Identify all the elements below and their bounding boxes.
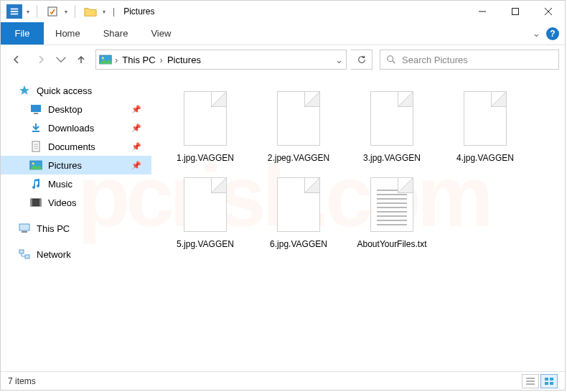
sidebar-item-pictures[interactable]: Pictures 📌 [1, 156, 151, 174]
svg-rect-22 [31, 199, 32, 206]
file-name-label: 6.jpg.VAGGEN [270, 239, 327, 251]
maximize-button[interactable] [499, 1, 532, 22]
svg-rect-14 [32, 131, 39, 132]
svg-rect-12 [31, 105, 41, 112]
svg-line-11 [393, 61, 395, 64]
address-bar[interactable]: › This PC › Pictures ⌄ [95, 50, 347, 70]
properties-icon[interactable] [44, 4, 60, 19]
download-icon [29, 122, 42, 134]
file-name-label: 1.jpg.VAGGEN [177, 153, 234, 164]
generic-file-icon [366, 87, 418, 150]
sidebar: Quick access Desktop 📌 Downloads 📌 Docum… [1, 74, 151, 371]
sidebar-item-videos[interactable]: Videos [1, 193, 151, 212]
file-item[interactable]: 5.jpg.VAGGEN [166, 173, 245, 251]
sidebar-item-label: Downloads [48, 123, 94, 134]
sidebar-quick-access[interactable]: Quick access [1, 81, 151, 100]
pin-icon: 📌 [131, 161, 141, 170]
file-item[interactable]: 6.jpg.VAGGEN [259, 173, 338, 251]
view-tab[interactable]: View [139, 22, 182, 45]
ribbon: File Home Share View ⌄ ? [1, 22, 565, 45]
desktop-icon [29, 103, 42, 115]
separator [75, 5, 75, 18]
chevron-down-icon[interactable]: ▾ [65, 9, 67, 15]
explorer-window: ▾ ▾ ▾ | Pictures File Home Share View ⌄ [0, 0, 566, 391]
file-item[interactable]: 4.jpg.VAGGEN [446, 87, 525, 164]
share-tab[interactable]: Share [92, 22, 140, 45]
svg-rect-26 [19, 250, 24, 253]
file-item[interactable]: AboutYourFiles.txt [352, 173, 431, 251]
minimize-button[interactable] [466, 1, 499, 22]
svg-rect-32 [550, 378, 553, 381]
generic-file-icon [179, 87, 231, 150]
chevron-down-icon[interactable]: ▾ [103, 9, 106, 15]
titlebar: ▾ ▾ ▾ | Pictures [1, 1, 565, 22]
sidebar-network[interactable]: Network [1, 245, 151, 263]
crumb-pictures[interactable]: Pictures [166, 55, 202, 65]
sidebar-item-label: Network [37, 249, 71, 260]
close-button[interactable] [532, 1, 565, 22]
sidebar-item-label: Music [48, 179, 72, 190]
documents-icon [29, 141, 42, 152]
sidebar-item-desktop[interactable]: Desktop 📌 [1, 100, 151, 118]
separator: | [113, 6, 115, 17]
search-input[interactable]: Search Pictures [380, 50, 559, 70]
star-icon [18, 85, 31, 96]
file-item[interactable]: 3.jpg.VAGGEN [352, 87, 431, 164]
svg-rect-23 [39, 199, 41, 206]
chevron-right-icon[interactable]: › [160, 55, 163, 65]
svg-rect-24 [19, 224, 29, 230]
svg-rect-1 [11, 11, 19, 12]
sidebar-item-label: Desktop [48, 104, 83, 115]
thumbnails-view-button[interactable] [540, 374, 558, 388]
up-button[interactable] [71, 50, 91, 70]
svg-rect-5 [512, 9, 519, 15]
separator [37, 5, 37, 18]
details-view-button[interactable] [522, 374, 539, 388]
generic-file-icon [273, 87, 324, 150]
svg-rect-21 [31, 199, 41, 206]
generic-file-icon [273, 173, 324, 236]
file-tab[interactable]: File [1, 22, 44, 45]
sidebar-item-label: Quick access [37, 85, 92, 96]
svg-point-20 [32, 162, 34, 164]
ribbon-expand-icon[interactable]: ⌄ [533, 28, 540, 39]
svg-rect-27 [25, 255, 29, 258]
file-pane[interactable]: 1.jpg.VAGGEN2.jpeg.VAGGEN3.jpg.VAGGEN4.j… [151, 74, 565, 371]
home-tab[interactable]: Home [44, 22, 92, 45]
sidebar-item-label: Pictures [48, 160, 82, 171]
sidebar-item-music[interactable]: Music [1, 174, 151, 193]
statusbar: 7 items [1, 371, 565, 390]
svg-rect-0 [11, 9, 19, 10]
network-icon [18, 248, 31, 260]
svg-rect-31 [545, 378, 548, 381]
videos-icon [29, 197, 42, 208]
svg-rect-13 [34, 113, 38, 114]
svg-rect-34 [550, 382, 553, 385]
chevron-right-icon[interactable]: › [115, 55, 118, 65]
music-icon [29, 178, 42, 190]
forward-button[interactable] [31, 50, 51, 70]
status-count: 7 items [8, 376, 36, 386]
sidebar-item-label: Videos [48, 197, 77, 208]
crumb-this-pc[interactable]: This PC [121, 55, 156, 65]
sidebar-item-downloads[interactable]: Downloads 📌 [1, 118, 151, 137]
file-item[interactable]: 1.jpg.VAGGEN [166, 87, 245, 164]
file-name-label: AboutYourFiles.txt [357, 239, 427, 251]
generic-file-icon [179, 173, 231, 236]
sidebar-item-documents[interactable]: Documents 📌 [1, 137, 151, 156]
pictures-crumb-icon [99, 55, 112, 65]
address-dropdown-icon[interactable]: ⌄ [335, 55, 343, 65]
navbar: › This PC › Pictures ⌄ Search Pictures [1, 45, 565, 74]
svg-rect-2 [11, 14, 19, 15]
chevron-down-icon[interactable]: ▾ [27, 9, 29, 15]
file-item[interactable]: 2.jpeg.VAGGEN [259, 87, 338, 164]
file-name-label: 5.jpg.VAGGEN [177, 239, 234, 251]
sidebar-this-pc[interactable]: This PC [1, 219, 151, 238]
refresh-button[interactable] [351, 50, 372, 70]
folder-icon [83, 4, 98, 19]
recent-locations-button[interactable] [55, 50, 67, 70]
search-placeholder: Search Pictures [402, 55, 468, 65]
help-icon[interactable]: ? [546, 27, 559, 40]
app-menu-icon[interactable] [6, 4, 22, 19]
back-button[interactable] [6, 50, 27, 70]
